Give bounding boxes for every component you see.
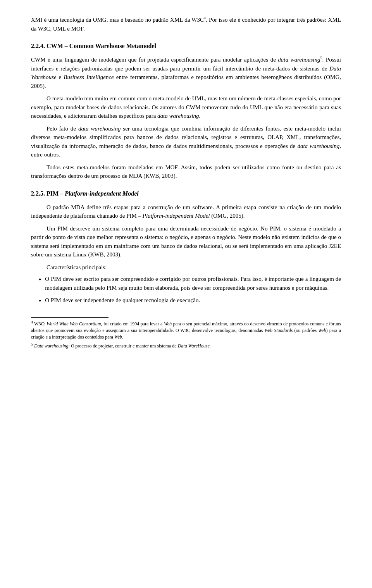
section-2-2-5-heading: 2.2.5. PIM – Platform-independent Model [31,189,341,198]
section-2-2-4-heading: 2.2.4. CWM – Common Warehouse Metamodel [31,41,341,51]
footnotes-section: 4 W3C: World Wide Web Consortium, foi cr… [31,321,341,349]
footnote-4-sup: 4 [31,320,33,324]
footnote-separator [31,317,108,318]
footnote-5-sup: 5 [31,342,33,346]
bullet-list: • O PIM deve ser escrito para ser compre… [39,275,341,306]
footnote-4: 4 W3C: World Wide Web Consortium, foi cr… [31,321,341,340]
pim-paragraph-1: O padrão MDA define três etapas para a c… [31,203,341,220]
bullet-item-1: • O PIM deve ser escrito para ser compre… [39,275,341,292]
cwm-paragraph-1: CWM é uma linguagem de modelagem que foi… [31,55,341,90]
cwm-paragraph-4: Todos estes meta-modelos foram modelados… [31,163,341,181]
bullet-dot-2: • [39,297,41,306]
cwm-paragraph-2: O meta-modelo tem muito em comum com o m… [31,94,341,120]
bullet-text-1: O PIM deve ser escrito para ser compreen… [45,275,341,292]
intro-p1: XMI é uma tecnologia da OMG, mas é basea… [31,15,341,33]
bullet-item-2: • O PIM deve ser independente de qualque… [39,296,341,306]
characteristics-label: Características principais: [46,263,341,272]
footnote-5: 5 Data warehousing: O processo de projet… [31,343,341,349]
intro-p1-text: XMI é uma tecnologia da OMG, mas é basea… [31,17,204,23]
cwm-paragraph-3: Pelo fato de data warehousing ser uma te… [31,124,341,159]
page-content: XMI é uma tecnologia da OMG, mas é basea… [0,0,372,588]
pim-paragraph-2: Um PIM descreve um sistema completo para… [31,224,341,259]
bullet-dot-1: • [39,275,41,284]
bullet-text-2: O PIM deve ser independente de qualquer … [45,296,341,305]
